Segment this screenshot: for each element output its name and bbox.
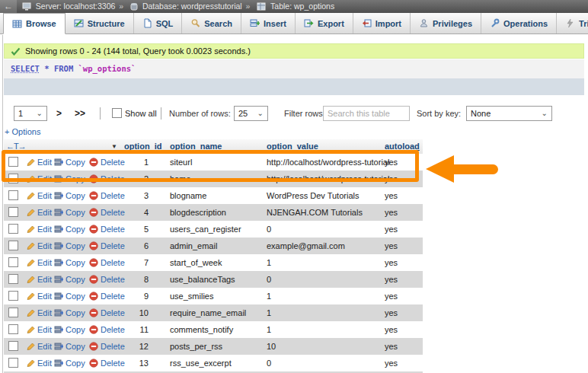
browse-icon	[12, 19, 22, 29]
tab-import[interactable]: Import	[353, 13, 411, 33]
row-checkbox[interactable]	[8, 224, 18, 234]
options-toggle-link[interactable]: + Options	[5, 127, 40, 136]
edit-link[interactable]: Edit	[26, 187, 52, 204]
pencil-icon	[26, 292, 35, 301]
cell-autoload: yes	[385, 338, 398, 355]
row-checkbox[interactable]	[8, 274, 18, 284]
pencil-icon	[26, 174, 35, 183]
row-checkbox[interactable]	[8, 341, 18, 351]
edit-link[interactable]: Edit	[26, 304, 52, 321]
copy-link[interactable]: Copy	[54, 338, 85, 355]
cell-option-value: 1	[267, 321, 271, 338]
copy-link[interactable]: Copy	[54, 271, 85, 288]
cell-option-id: 5	[114, 221, 149, 238]
edit-link[interactable]: Edit	[26, 355, 52, 371]
column-actions-marker[interactable]: ←T→	[6, 139, 26, 154]
copy-link[interactable]: Copy	[54, 304, 85, 321]
breadcrumb-database[interactable]: Database: wordpresstutorial	[142, 2, 242, 11]
tab-structure[interactable]: Structure	[66, 13, 134, 33]
next-page-button[interactable]: >	[56, 106, 62, 121]
back-arrow-button[interactable]: ←	[0, 0, 17, 13]
tab-privileges[interactable]: Privileges	[411, 13, 481, 33]
sort-by-key-select[interactable]: None⌄	[466, 106, 552, 121]
number-of-rows-label: Number of rows:	[169, 106, 231, 121]
header-option-id[interactable]: option_id	[124, 139, 162, 154]
row-checkbox[interactable]	[8, 358, 18, 368]
copy-link[interactable]: Copy	[54, 187, 85, 204]
copy-link[interactable]: Copy	[54, 171, 85, 187]
breadcrumb-table[interactable]: Table: wp_options	[270, 2, 334, 11]
tab-sql[interactable]: SQL	[134, 13, 183, 33]
cell-autoload: yes	[385, 204, 398, 221]
copy-link[interactable]: Copy	[54, 254, 85, 271]
tab-label: SQL	[156, 19, 174, 28]
cell-option-name: use_smilies	[170, 288, 213, 304]
copy-link[interactable]: Copy	[54, 204, 85, 221]
table-row: Edit Copy Delete 12 posts_per_rss 10 yes	[4, 338, 423, 355]
copy-icon	[54, 208, 63, 217]
edit-link[interactable]: Edit	[26, 271, 52, 288]
tab-triggers[interactable]: Triggers	[557, 13, 588, 33]
cell-autoload: yes	[385, 171, 398, 187]
edit-link[interactable]: Edit	[26, 204, 52, 221]
breadcrumb-server[interactable]: Server: localhost:3306	[36, 2, 115, 11]
table-row: Edit Copy Delete 4 blogdescription NJENG…	[4, 204, 423, 221]
copy-link[interactable]: Copy	[54, 238, 85, 254]
query-footer-band	[4, 78, 584, 95]
copy-link[interactable]: Copy	[54, 355, 85, 371]
cell-option-id: 12	[114, 338, 149, 355]
row-checkbox[interactable]	[8, 190, 18, 200]
copy-icon	[54, 241, 63, 250]
copy-link[interactable]: Copy	[54, 154, 85, 171]
edit-link[interactable]: Edit	[26, 321, 52, 338]
tab-export[interactable]: Export	[296, 13, 353, 33]
table-row: Edit Copy Delete 5 users_can_register 0 …	[4, 221, 423, 238]
row-checkbox[interactable]	[8, 174, 18, 183]
chevron-down-icon: ⌄	[542, 107, 548, 120]
select-all-dropdown-icon[interactable]: ▼	[111, 139, 117, 154]
copy-icon	[54, 308, 63, 317]
edit-link[interactable]: Edit	[26, 238, 52, 254]
tab-operations[interactable]: Operations	[481, 13, 557, 33]
show-all-checkbox[interactable]	[112, 108, 122, 118]
filter-input[interactable]	[323, 106, 410, 121]
edit-link[interactable]: Edit	[26, 221, 52, 238]
content-left-border	[2, 35, 3, 373]
copy-icon	[54, 225, 63, 234]
edit-link[interactable]: Edit	[26, 338, 52, 355]
header-option-value[interactable]: option_value	[267, 139, 318, 154]
edit-link[interactable]: Edit	[26, 288, 52, 304]
row-checkbox[interactable]	[8, 241, 18, 250]
edit-link[interactable]: Edit	[26, 154, 52, 171]
table-body: Edit Copy Delete 1 siteurl http://localh…	[4, 154, 423, 371]
tab-browse[interactable]: Browse	[3, 13, 66, 34]
breadcrumb: ← Server: localhost:3306 » Database: wor…	[0, 0, 588, 13]
table-row: Edit Copy Delete 11 comments_notify 1 ye…	[4, 321, 423, 338]
cell-option-value: http://localhost/wordpress-tutorial	[267, 171, 389, 187]
table-row: Edit Copy Delete 7 start_of_week 1 yes	[4, 254, 423, 271]
copy-link[interactable]: Copy	[54, 321, 85, 338]
row-checkbox[interactable]	[8, 324, 18, 334]
copy-link[interactable]: Copy	[54, 221, 85, 238]
row-checkbox[interactable]	[8, 291, 18, 301]
cell-option-id: 7	[114, 254, 149, 271]
tab-label: Privileges	[433, 19, 472, 28]
last-page-button[interactable]: >>	[75, 106, 85, 121]
row-checkbox[interactable]	[8, 257, 18, 267]
page-select[interactable]: 1⌄	[14, 106, 47, 121]
tab-insert[interactable]: Insert	[241, 13, 296, 33]
row-checkbox[interactable]	[8, 308, 18, 317]
header-autoload[interactable]: autoload	[385, 139, 420, 154]
edit-link[interactable]: Edit	[26, 171, 52, 187]
row-checkbox[interactable]	[8, 207, 18, 217]
number-of-rows-select[interactable]: 25⌄	[234, 106, 268, 121]
pencil-icon	[26, 359, 35, 368]
sql-keyword-select[interactable]: SELECT	[11, 64, 40, 73]
row-checkbox[interactable]	[8, 157, 18, 167]
sql-icon	[142, 18, 152, 28]
header-option-name[interactable]: option_name	[170, 139, 222, 154]
tab-search[interactable]: Search	[182, 13, 241, 33]
edit-link[interactable]: Edit	[26, 254, 52, 271]
copy-link[interactable]: Copy	[54, 288, 85, 304]
cell-option-id: 10	[114, 304, 149, 321]
